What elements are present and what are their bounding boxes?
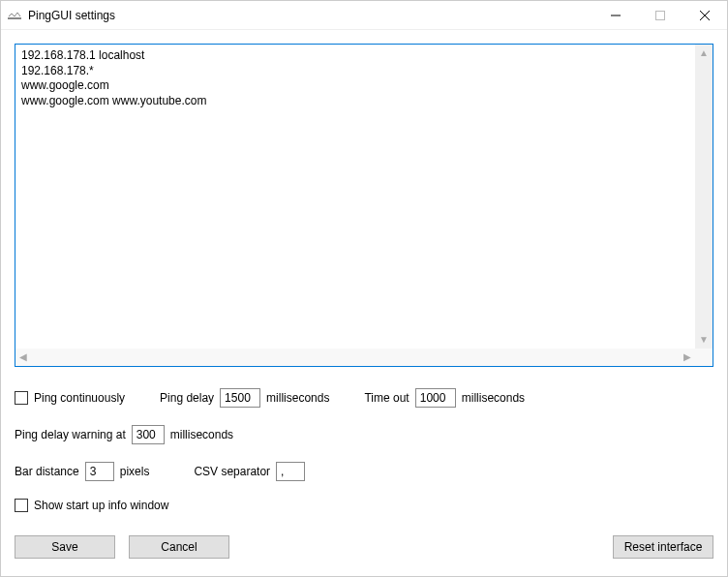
maximize-button — [638, 1, 682, 29]
ping-continuously-checkbox[interactable] — [15, 391, 28, 405]
show-startup-checkbox[interactable] — [15, 499, 28, 512]
scrollbar-corner — [695, 349, 713, 366]
scroll-down-icon: ▼ — [699, 335, 709, 345]
ping-continuously-label: Ping continuously — [34, 391, 125, 405]
content-area: ▲ ▼ ◀ ▶ Ping continuously Ping delay mil… — [1, 30, 727, 572]
reset-interface-button[interactable]: Reset interface — [613, 535, 713, 559]
svg-rect-0 — [8, 17, 21, 19]
reset-button-label: Reset interface — [624, 540, 703, 554]
bar-distance-label: Bar distance — [15, 465, 79, 478]
timeout-label: Time out — [364, 391, 409, 405]
cancel-button[interactable]: Cancel — [129, 535, 229, 559]
save-button-label: Save — [51, 540, 77, 554]
hosts-textarea[interactable] — [15, 45, 695, 349]
hosts-textarea-container: ▲ ▼ ◀ ▶ — [15, 44, 713, 367]
cancel-button-label: Cancel — [161, 540, 197, 554]
save-button[interactable]: Save — [15, 535, 115, 559]
ping-delay-unit: milliseconds — [266, 391, 329, 405]
bar-distance-unit: pixels — [120, 465, 150, 478]
scroll-left-icon: ◀ — [19, 352, 27, 362]
timeout-input[interactable] — [415, 388, 456, 408]
scroll-right-icon: ▶ — [683, 352, 691, 362]
ping-delay-input[interactable] — [220, 388, 260, 408]
svg-rect-2 — [656, 11, 665, 19]
window-title: PingGUI settings — [28, 9, 115, 22]
bar-distance-input[interactable] — [85, 462, 114, 481]
ping-delay-warning-unit: milliseconds — [170, 428, 233, 441]
scroll-up-icon: ▲ — [699, 48, 709, 58]
minimize-button[interactable] — [593, 1, 638, 29]
vertical-scrollbar[interactable]: ▲ ▼ — [695, 45, 713, 349]
horizontal-scrollbar[interactable]: ◀ ▶ — [15, 349, 695, 366]
titlebar: PingGUI settings — [1, 1, 727, 30]
csv-separator-label: CSV separator — [194, 465, 270, 478]
ping-delay-label: Ping delay — [160, 391, 214, 405]
timeout-unit: milliseconds — [462, 391, 525, 405]
ping-delay-warning-input[interactable] — [132, 425, 165, 444]
app-icon — [7, 8, 22, 23]
close-button[interactable] — [682, 1, 727, 29]
show-startup-label: Show start up info window — [34, 499, 168, 512]
ping-delay-warning-label: Ping delay warning at — [15, 428, 126, 441]
csv-separator-input[interactable] — [276, 462, 305, 481]
